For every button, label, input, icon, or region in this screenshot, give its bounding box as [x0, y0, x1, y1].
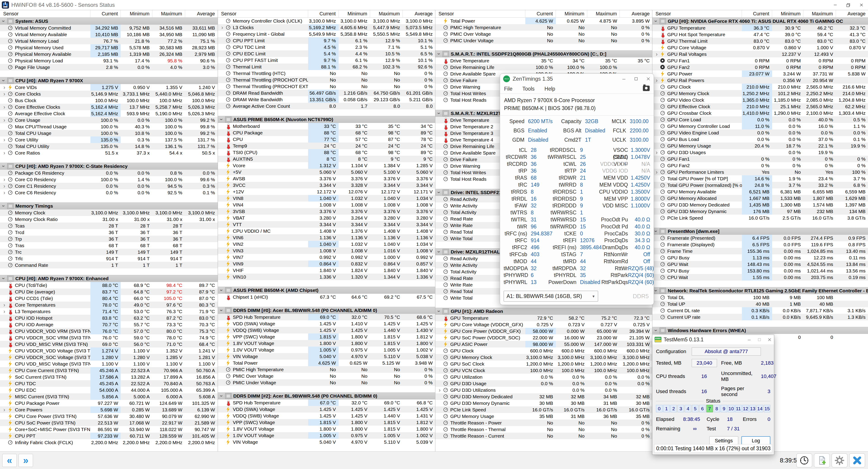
sensor-row[interactable]: CPU IOD Hotspot83.8 °C63.2 °C87.2 °C83.0…	[0, 315, 218, 321]
column-header-sensor[interactable]: Sensor	[218, 10, 308, 18]
sensor-row[interactable]: GPU Utilization0.0 %0.0 %0.0 %0.0 %	[435, 374, 652, 380]
expand-icon[interactable]	[654, 169, 659, 175]
sensor-row[interactable]: GPU Video Clock1,365.0 MHz1,185.0 MHz2,0…	[652, 97, 868, 103]
sensor-row[interactable]: DRAM Read Bandwidth56.497 GB/s1.216 GB/s…	[218, 90, 435, 96]
expand-icon[interactable]	[437, 387, 442, 393]
sensor-row[interactable]: Physical Memory Load93.1 %17.4 %95.8 %90…	[0, 57, 218, 64]
sensor-row[interactable]: Framerate (Displayed)6.5 FPS0.0 FPS119.6…	[652, 241, 868, 248]
sensor-row[interactable]: VIN101.336 V1.320 V1.344 V1.336 V	[218, 274, 435, 280]
section-header[interactable]: ASUS PRIME B650M-K (AMD Chipset)	[218, 287, 435, 294]
expand-icon[interactable]	[1, 183, 7, 189]
section-header[interactable]: CPU [#0]: AMD Ryzen 7 9700X: Enhanced	[0, 275, 218, 282]
expand-icon[interactable]	[654, 51, 659, 57]
sensor-row[interactable]: VIN61.136 V1.136 V1.136 V1.136 V	[218, 234, 435, 241]
tm5-minimize-icon[interactable]	[747, 337, 751, 342]
sensor-row[interactable]: CPU Die (average)83.7 °C64.8 °C97.2 °C87…	[0, 289, 218, 295]
sensor-row[interactable]: Throttle Reason - CurrentNoNoNo0 %	[435, 433, 652, 439]
zentimings-window[interactable]: ZenTimings 1.35 File Tools Help AMD Ryze…	[500, 73, 654, 305]
sensor-row[interactable]: Tcas28 T28 T28 T	[0, 223, 218, 229]
collapse-icon[interactable]	[218, 307, 225, 314]
sensor-row[interactable]: CPU (Tctl/Tdie)88.0 °C68.9 °C98.4 °C89.7…	[0, 282, 218, 289]
section-header[interactable]: Network: RealTek Semiconductor RTL8125 G…	[652, 287, 868, 294]
sensor-row[interactable]: Core VIDs1.275 V0.950 V1.355 V1.240 V	[0, 84, 218, 91]
sensor-row[interactable]: VDDQ (SWB) Voltage1.425 V1.425 V1.440 V1…	[218, 327, 435, 333]
sensor-row[interactable]: CPU Busy153.80 ms0.00 ms1,021.44 ms13.56…	[652, 267, 868, 274]
close-sensors-button[interactable]	[849, 454, 865, 467]
sensor-row[interactable]: Trc149 T149 T149 T	[0, 249, 218, 255]
expand-icon[interactable]	[1, 91, 7, 97]
sensor-row[interactable]: Thermal Limit88.1 %68.2 %102.3 %92.6 %	[218, 64, 435, 70]
section-header[interactable]: Windows Hardware Errors (WHEA)	[652, 327, 868, 334]
sensor-row[interactable]: VIN31.008 V1.008 V1.016 V1.008 V	[218, 247, 435, 254]
menu-tools[interactable]: Tools	[522, 86, 535, 92]
column-header-current[interactable]: Current	[308, 10, 339, 18]
expand-icon[interactable]	[654, 77, 659, 83]
sensor-row[interactable]: CPU EDC Limit5.4 %4.4 %10.5 %6.5 %	[218, 51, 435, 57]
sensor-row[interactable]: CPU VDDCR_SOC VRM (SVI3 TFN)76.0 °C59.0 …	[0, 334, 218, 341]
sensor-row[interactable]: GPU D3D Memory Dynamic176 MB97 MB232 MB1…	[652, 208, 868, 214]
sensor-row[interactable]: Temp924 °C24 °C24 °C24 °C	[218, 142, 435, 149]
sensor-row[interactable]: Drive Temperature35 °C34 °C35 °C35 °C	[435, 57, 652, 64]
sensor-row[interactable]: Current DL rate0.3 KB/s0.0 KB/s7,871.7 K…	[652, 307, 868, 314]
column-header-current[interactable]: Current	[525, 10, 556, 18]
column-header-current[interactable]: Current	[90, 10, 121, 18]
sensor-row[interactable]: VPP (SWC) Voltage1.815 V1.800 V1.815 V1.…	[218, 419, 435, 426]
sensor-row[interactable]: GPU Core Voltage (VDDCR_GFX)0.725 V0.723…	[435, 321, 652, 328]
report-button[interactable]	[814, 454, 830, 467]
sensor-row[interactable]: GPU Fan10 %0 %0 %0 %	[652, 156, 868, 162]
sensor-row[interactable]: GPU Core Power (VDDCR_GFX)58.000 W0.000 …	[435, 328, 652, 334]
expand-icon[interactable]	[1, 177, 7, 182]
sensor-row[interactable]: GPU Busy1.13 ms0.00 ms12.23 ms0.11 ms	[652, 255, 868, 261]
collapse-icon[interactable]	[0, 275, 7, 282]
sensor-row[interactable]: SoC Current (SVI3 TFN)17.586 A13.282 A17…	[0, 374, 218, 380]
sensor-row[interactable]: Total CPU Utility135.0 %14.8 %136.1 %131…	[0, 143, 218, 149]
collapse-icon[interactable]	[0, 163, 7, 170]
section-header[interactable]: System: ASUS	[0, 18, 218, 25]
sensor-row[interactable]: PMIC Under VoltageNoNoNo0 %	[435, 37, 652, 44]
sensor-row[interactable]: Total GPU Power [% of TDP]14.6 %1.9 %23.…	[652, 175, 868, 182]
sensor-row[interactable]: Bus Clock100.0 MHz100.0 MHz100.0 MHz100.…	[0, 97, 218, 104]
sensor-row[interactable]: VDD (SWA) Voltage1.425 V1.410 V1.425 V1.…	[218, 320, 435, 327]
collapse-icon[interactable]	[0, 18, 7, 25]
collapse-icon[interactable]	[436, 51, 442, 57]
collapse-icon[interactable]	[436, 248, 442, 255]
sensor-row[interactable]: Average Active Core Count8.01.78.08.0	[218, 103, 435, 109]
section-header[interactable]: CPU [#0]: AMD Ryzen 7 9700X: C-State Res…	[0, 163, 218, 170]
sensor-row[interactable]: CPU PPT FAST Limit9.7 %6.1 %12.9 %10.1 %	[218, 57, 435, 64]
sensor-row[interactable]: 3VSB3.376 V3.376 V3.376 V3.376 V	[218, 208, 435, 214]
sensor-row[interactable]: GPU Fan10 RPM0 RPM0 RPM0 RPM	[652, 57, 868, 64]
sensor-row[interactable]: GPU Fan20 %0 %0 %0 %	[652, 162, 868, 169]
sensor-row[interactable]: GPU Memory Clock3,100.0 MHz3,100.0 MHz3,…	[435, 354, 652, 361]
sensor-row[interactable]: GPU Power23.077 W3.244 W37.731 W5.838 W	[652, 70, 868, 77]
sensor-row[interactable]: Core Effective Clocks5,162.4 MHz13.7 MHz…	[0, 104, 218, 110]
minimize-button[interactable]	[829, 0, 842, 10]
sensor-row[interactable]: CPU PPT97.233 W60.711 W128.559 W101.405 …	[0, 433, 218, 439]
section-header[interactable]: GPU [#1]: AMD Radeon	[435, 308, 652, 315]
column-header-maximum[interactable]: Maximum	[587, 10, 620, 18]
sensor-row[interactable]: Total UP40 MB1 MB40 MB	[652, 301, 868, 307]
sensor-row[interactable]: Core Powers5.698 W0.285 W13.689 W6.139 W	[0, 406, 218, 413]
sensor-row[interactable]: Core Utility135.0 %0.3 %137.5 %131.7 %	[0, 136, 218, 143]
move-left-button[interactable]: «	[2, 454, 17, 467]
sensor-row[interactable]: Core Temperatures78.0 °C49.0 °C97.6 °C80…	[0, 302, 218, 308]
sensor-row[interactable]: Frame Time155.36 ms0.00 ms1,024.85 ms13.…	[652, 248, 868, 255]
sensor-row[interactable]: Virtual Memory Available10,410 MB10,186 …	[0, 31, 218, 38]
sensor-row[interactable]: Virtual Memory Committed34,292 MB9,752 M…	[0, 25, 218, 31]
sensor-row[interactable]: VIN Voltage5.040 V4.970 V5.110 V5.039 V	[218, 439, 435, 445]
sensor-row[interactable]: Virtual Memory Load76.7 %21.8 %77.2 %75.…	[0, 38, 218, 44]
expand-icon[interactable]	[1, 104, 7, 110]
sensor-row[interactable]: GPU Hot Spot Temperature47.4 °C39.0 °C59…	[652, 31, 868, 38]
sensor-row[interactable]: Thermal Throttling (PROCHOT CPU)NoNoNo0 …	[218, 76, 435, 83]
sensor-row[interactable]: CPU Package Power97.227 W60.721 W124.649…	[0, 400, 218, 406]
column-header-average[interactable]: Average	[620, 10, 652, 18]
restore-button[interactable]	[842, 0, 855, 10]
sensor-row[interactable]: Core+SoC+MISC Power (SVI3 TFN)86.591 W53…	[0, 426, 218, 433]
sensor-row[interactable]: CPU TDC45.245 A22.522 A70.840 A50.763 A	[0, 380, 218, 387]
column-header-minimum[interactable]: Minimum	[556, 10, 587, 18]
sensor-row[interactable]: Command Rate1 T1 T1 T	[0, 262, 218, 268]
collapse-icon[interactable]	[0, 203, 7, 209]
dimm-selector[interactable]: A1: BL.9BWWR.548 (16GB, SR) ▼	[504, 291, 598, 302]
expand-icon[interactable]	[1, 85, 7, 90]
clock-reset-button[interactable]	[796, 454, 812, 467]
column-header-average[interactable]: Average	[185, 10, 218, 18]
